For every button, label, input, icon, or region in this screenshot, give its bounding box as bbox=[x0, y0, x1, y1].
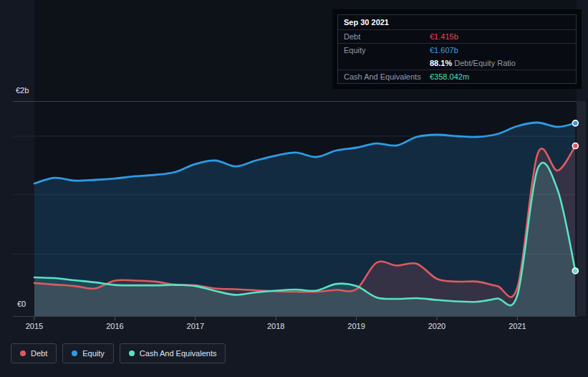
legend-label: Cash And Equivalents bbox=[140, 349, 217, 358]
tooltip-debt-row: Debt €1.415b bbox=[338, 30, 576, 44]
legend-label: Equity bbox=[82, 349, 105, 358]
legend: DebtEquityCash And Equivalents bbox=[11, 343, 226, 363]
legend-label: Debt bbox=[31, 349, 47, 358]
tooltip-ratio-spacer bbox=[344, 59, 430, 68]
tooltip-equity-value: €1.607b bbox=[430, 46, 458, 55]
tooltip-ratio-row: 88.1% Debt/Equity Ratio bbox=[338, 57, 576, 70]
debt-equity-history-chart-widget: €2b €0 2015201620172018201920202021 Sep … bbox=[0, 0, 588, 377]
equity-legend-dot bbox=[72, 350, 77, 356]
tooltip-cash-row: Cash And Equivalents €358.042m bbox=[338, 70, 576, 83]
tooltip-ratio-label: Debt/Equity Ratio bbox=[454, 59, 516, 67]
debt-endpoint-marker[interactable] bbox=[572, 143, 578, 149]
legend-item-equity[interactable]: Equity bbox=[62, 343, 114, 363]
x-tick-label: 2019 bbox=[341, 322, 372, 330]
cash-legend-dot bbox=[129, 350, 135, 356]
legend-item-cash[interactable]: Cash And Equivalents bbox=[120, 343, 226, 363]
tooltip-debt-value: €1.415b bbox=[430, 32, 458, 42]
y-axis-zero-label: €0 bbox=[17, 300, 26, 309]
tooltip-equity-row: Equity €1.607b bbox=[338, 44, 576, 57]
y-axis-max-label: €2b bbox=[16, 86, 29, 95]
tooltip-ratio: 88.1% Debt/Equity Ratio bbox=[430, 59, 516, 68]
tooltip-cash-label: Cash And Equivalents bbox=[344, 72, 430, 82]
tooltip-equity-label: Equity bbox=[344, 46, 430, 55]
legend-item-debt[interactable]: Debt bbox=[11, 343, 57, 363]
tooltip-cash-value: €358.042m bbox=[430, 72, 469, 82]
cash-endpoint-marker[interactable] bbox=[572, 268, 578, 274]
debt-legend-dot bbox=[20, 350, 26, 356]
tooltip-shadow: Sep 30 2021 Debt €1.415b Equity €1.607b … bbox=[332, 9, 582, 89]
hover-column-highlight bbox=[577, 101, 586, 316]
equity-endpoint-marker[interactable] bbox=[572, 120, 578, 126]
tooltip-date: Sep 30 2021 bbox=[338, 15, 576, 30]
chart-tooltip: Sep 30 2021 Debt €1.415b Equity €1.607b … bbox=[337, 14, 577, 84]
tooltip-debt-label: Debt bbox=[344, 32, 430, 42]
x-tick-label: 2017 bbox=[180, 322, 211, 330]
x-tick-label: 2016 bbox=[99, 322, 130, 330]
x-tick-label: 2018 bbox=[260, 322, 291, 330]
x-tick-label: 2021 bbox=[501, 322, 533, 330]
x-tick-label: 2015 bbox=[19, 322, 50, 330]
x-tick-label: 2020 bbox=[421, 322, 453, 330]
tooltip-ratio-value: 88.1% bbox=[430, 59, 452, 67]
